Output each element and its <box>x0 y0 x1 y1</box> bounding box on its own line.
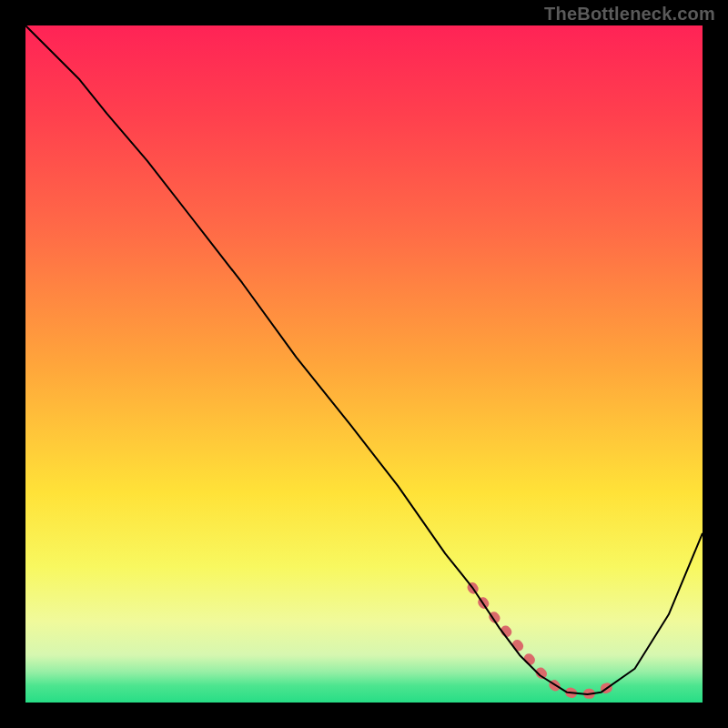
valley-highlight <box>472 588 608 694</box>
curve-layer <box>25 25 703 703</box>
watermark-text: TheBottleneck.com <box>544 4 715 25</box>
chart-container: TheBottleneck.com <box>0 0 728 728</box>
plot-area <box>25 25 703 703</box>
bottleneck-curve <box>25 25 703 694</box>
